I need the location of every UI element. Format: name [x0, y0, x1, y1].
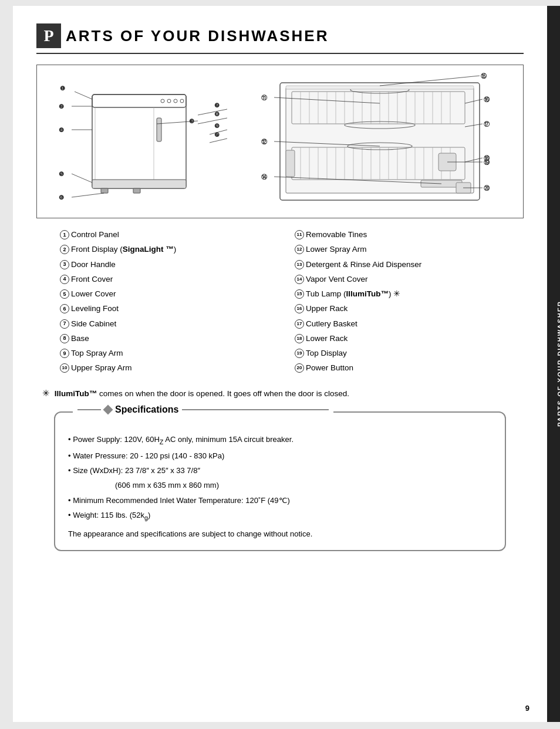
- svg-text:❷: ❷: [59, 103, 64, 110]
- sidebar-text: PARTS OF YOUR DISHWASHER: [556, 301, 560, 427]
- specs-note: The appearance and specifications are su…: [68, 528, 492, 541]
- part-label-17: Cutlery Basket: [306, 318, 357, 330]
- page-number: 9: [525, 704, 529, 713]
- part-label-1: Control Panel: [71, 229, 119, 241]
- page: P ARTS OF YOUR DISHWASHER: [13, 6, 547, 722]
- part-num-8: 8: [60, 334, 69, 343]
- part-num-9: 9: [60, 349, 69, 358]
- svg-line-71: [380, 76, 480, 86]
- part-item-12: 12 Lower Spray Arm: [295, 244, 518, 255]
- parts-column-left: 1 Control Panel 2 Front Display (SignaLi…: [36, 229, 289, 377]
- part-num-1: 1: [60, 230, 69, 239]
- header-p-letter: P: [36, 23, 61, 48]
- svg-point-3: [167, 99, 171, 103]
- part-label-5: Lower Cover: [71, 288, 116, 300]
- svg-text:❶: ❶: [60, 85, 65, 92]
- part-num-16: 16: [295, 304, 304, 313]
- parts-column-right: 11 Removable Tines 12 Lower Spray Arm 13…: [289, 229, 524, 377]
- part-item-20: 20 Power Button: [295, 362, 518, 374]
- svg-rect-10: [101, 188, 108, 193]
- illumi-note-text: comes on when the door is opened. It goe…: [99, 389, 349, 398]
- svg-text:❼: ❼: [214, 102, 220, 109]
- part-num-10: 10: [60, 363, 69, 373]
- specs-section: Specifications • Power Supply: 120V, 60H…: [54, 411, 506, 552]
- part-num-4: 4: [60, 275, 69, 284]
- svg-rect-6: [157, 118, 161, 141]
- svg-rect-1: [92, 95, 186, 107]
- part-num-19: 19: [295, 349, 304, 358]
- part-num-14: 14: [295, 275, 304, 284]
- part-num-17: 17: [295, 319, 304, 329]
- part-num-20: 20: [295, 363, 304, 373]
- page-title: ARTS OF YOUR DISHWASHER: [66, 27, 329, 45]
- part-label-7: Side Cabinet: [71, 318, 116, 330]
- part-item-9: 9 Top Spray Arm: [60, 347, 283, 359]
- parts-list: 1 Control Panel 2 Front Display (SignaLi…: [36, 229, 524, 377]
- svg-text:⑮: ⑮: [481, 73, 487, 79]
- part-item-10: 10 Upper Spray Arm: [60, 362, 283, 374]
- part-num-12: 12: [295, 245, 304, 254]
- svg-text:⑰: ⑰: [484, 121, 490, 127]
- svg-text:⑳: ⑳: [484, 185, 490, 191]
- page-header: P ARTS OF YOUR DISHWASHER: [36, 23, 524, 54]
- part-item-6: 6 Leveling Foot: [60, 303, 283, 315]
- parts-diagram-svg: ❶ ❷ ❹ ❺ ❻: [57, 71, 503, 212]
- part-label-4: Front Cover: [71, 274, 113, 285]
- svg-line-95: [210, 139, 227, 143]
- svg-text:❺: ❺: [59, 171, 64, 177]
- part-item-1: 1 Control Panel: [60, 229, 283, 241]
- part-label-19: Top Display: [306, 347, 347, 359]
- part-label-13: Detergent & Rinse Aid Dispenser: [306, 259, 421, 271]
- part-item-19: 19 Top Display: [295, 347, 518, 359]
- svg-text:❿: ❿: [214, 131, 220, 138]
- part-num-15: 15: [295, 289, 304, 299]
- svg-text:❾: ❾: [214, 123, 220, 129]
- part-label-15: Tub Lamp (IllumiTub™) ✳: [306, 288, 400, 300]
- part-label-16: Upper Rack: [306, 303, 348, 315]
- svg-point-2: [161, 99, 164, 103]
- part-num-5: 5: [60, 289, 69, 299]
- svg-point-5: [180, 99, 184, 103]
- part-num-18: 18: [295, 334, 304, 343]
- spec-item-5: • Weight: 115 lbs. (52kg): [68, 508, 492, 524]
- svg-line-12: [75, 92, 92, 99]
- part-label-6: Leveling Foot: [71, 303, 119, 315]
- spec-item-3b: (606 mm x 635 mm x 860 mm): [68, 478, 492, 492]
- svg-text:⑫: ⑫: [261, 139, 268, 145]
- diagram-box: ❶ ❷ ❹ ❺ ❻: [36, 65, 524, 218]
- svg-text:⑯: ⑯: [484, 96, 490, 103]
- part-item-14: 14 Vapor Vent Cover: [295, 274, 518, 285]
- part-item-7: 7 Side Cabinet: [60, 318, 283, 330]
- specs-content: • Power Supply: 120V, 60HZ AC only, mini…: [68, 433, 492, 524]
- svg-line-91: [198, 118, 227, 124]
- part-item-4: 4 Front Cover: [60, 274, 283, 285]
- spec-item-4: • Minimum Recommended Inlet Water Temper…: [68, 494, 492, 507]
- svg-line-19: [72, 174, 92, 183]
- part-label-18: Lower Rack: [306, 333, 348, 345]
- part-label-11: Removable Tines: [306, 229, 367, 241]
- svg-text:❽: ❽: [214, 111, 220, 117]
- part-num-6: 6: [60, 304, 69, 313]
- svg-rect-9: [92, 180, 186, 188]
- part-item-13: 13 Detergent & Rinse Aid Dispenser: [295, 259, 518, 271]
- part-num-7: 7: [60, 319, 69, 329]
- specs-header: Specifications: [73, 404, 333, 415]
- svg-line-21: [72, 193, 104, 197]
- part-num-2: 2: [60, 245, 69, 254]
- svg-line-89: [198, 109, 227, 115]
- svg-point-4: [174, 99, 177, 103]
- part-label-2: Front Display (SignaLight ™): [71, 244, 176, 255]
- part-item-3: 3 Door Handle: [60, 259, 283, 271]
- part-label-8: Base: [71, 333, 89, 345]
- part-label-12: Lower Spray Arm: [306, 244, 367, 255]
- svg-text:⑲: ⑲: [484, 159, 490, 166]
- illumi-brand: IllumiTub™: [55, 389, 97, 398]
- part-num-3: 3: [60, 260, 69, 269]
- part-item-18: 18 Lower Rack: [295, 333, 518, 345]
- svg-text:❸: ❸: [189, 118, 194, 124]
- svg-rect-0: [92, 95, 186, 188]
- sidebar: PARTS OF YOUR DISHWASHER: [547, 6, 560, 722]
- part-item-2: 2 Front Display (SignaLight ™): [60, 244, 283, 255]
- part-label-3: Door Handle: [71, 259, 116, 271]
- spec-item-3: • Size (WxDxH): 23 7/8″ x 25″ x 33 7/8″: [68, 464, 492, 477]
